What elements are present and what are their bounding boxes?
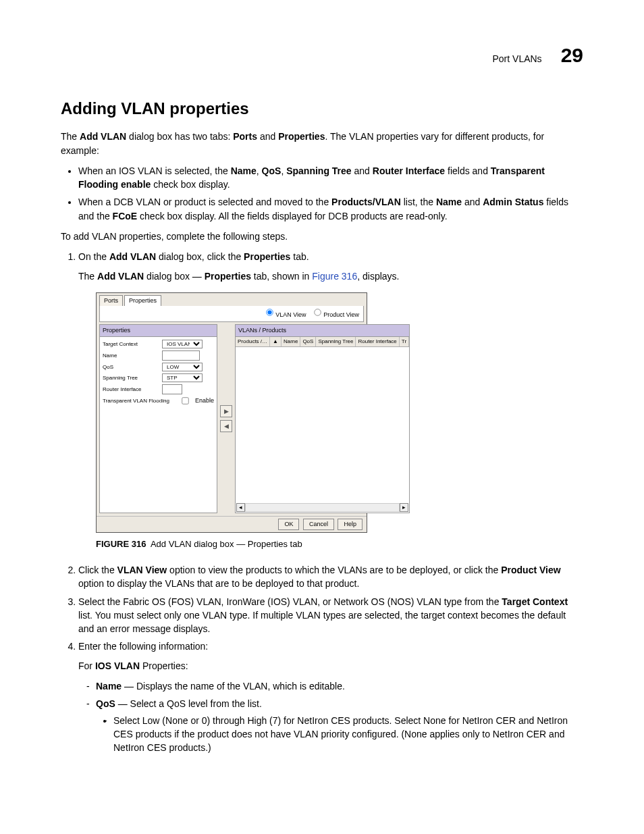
step-2: Click the VLAN View option to view the p… xyxy=(78,563,583,591)
products-panel: VLANs / Products Products /… ▲ Name QoS … xyxy=(235,324,410,513)
tab-ports[interactable]: Ports xyxy=(99,295,123,306)
name-field[interactable] xyxy=(162,350,200,361)
help-button[interactable]: Help xyxy=(338,519,363,530)
target-context-select[interactable]: IOS VLAN xyxy=(162,340,203,348)
vlan-view-option[interactable]: VLAN View xyxy=(260,311,306,318)
product-view-option[interactable]: Product View xyxy=(308,311,359,318)
page-number: 29 xyxy=(561,41,583,70)
step-4-intro: For IOS VLAN Properties: xyxy=(78,659,583,673)
spanning-tree-label: Spanning Tree xyxy=(103,374,158,382)
properties-sublist: Name — Displays the name of the VLAN, wh… xyxy=(78,679,583,754)
trans-flood-enable: Enable xyxy=(195,396,214,405)
lead-paragraph: To add VLAN properties, complete the fol… xyxy=(61,230,583,243)
bullet-item: When a DCB VLAN or product is selected a… xyxy=(78,195,583,223)
h-scrollbar[interactable]: ◂▸ xyxy=(236,502,409,513)
ok-button[interactable]: OK xyxy=(278,519,299,530)
step-1: On the Add VLAN dialog box, click the Pr… xyxy=(78,250,583,551)
step-4: Enter the following information: For IOS… xyxy=(78,640,583,754)
properties-panel-title: Properties xyxy=(100,325,217,337)
figure-link[interactable]: Figure 316 xyxy=(312,271,357,282)
steps-list: On the Add VLAN dialog box, click the Pr… xyxy=(61,250,583,754)
figure-dialog: Ports Properties VLAN View Product View … xyxy=(96,292,367,533)
qos-note: Select Low (None or 0) through High (7) … xyxy=(113,714,583,755)
step-1-sub: The Add VLAN dialog box — Properties tab… xyxy=(78,269,583,283)
move-left-button[interactable]: ◀ xyxy=(220,420,232,432)
products-panel-title: VLANs / Products xyxy=(236,325,409,337)
section-name: Port VLANs xyxy=(492,52,541,66)
page-title: Adding VLAN properties xyxy=(61,97,583,121)
qos-select[interactable]: LOW xyxy=(162,363,203,371)
sublist-item: QoS — Select a QoS level from the list. … xyxy=(96,697,583,754)
view-row: VLAN View Product View xyxy=(99,306,364,322)
router-interface-label: Router Interface xyxy=(103,386,158,394)
products-table-header: Products /… ▲ Name QoS Spanning Tree Rou… xyxy=(236,337,409,347)
cancel-button[interactable]: Cancel xyxy=(303,519,334,530)
properties-panel: Properties Target Context IOS VLAN Name xyxy=(99,324,217,513)
intro-paragraph: The Add VLAN dialog box has two tabs: Po… xyxy=(61,130,583,157)
bullet-list: When an IOS VLAN is selected, the Name, … xyxy=(61,164,583,223)
figure-caption: FIGURE 316 Add VLAN dialog box — Propert… xyxy=(96,538,583,551)
target-context-label: Target Context xyxy=(103,340,158,348)
dialog-buttons: OK Cancel Help xyxy=(97,516,367,532)
bullet-item: When an IOS VLAN is selected, the Name, … xyxy=(78,164,583,192)
qos-subbullet: Select Low (None or 0) through High (7) … xyxy=(96,714,583,755)
spanning-tree-select[interactable]: STP xyxy=(162,373,203,382)
router-interface-field[interactable] xyxy=(162,384,182,394)
step-3: Select the Fabric OS (FOS) VLAN, IronWar… xyxy=(78,595,583,636)
qos-label: QoS xyxy=(103,363,158,371)
trans-flood-checkbox[interactable] xyxy=(182,397,188,404)
trans-flood-label: Transparent VLAN Flooding xyxy=(103,397,177,405)
transfer-buttons: ▶ ◀ xyxy=(220,324,232,513)
tab-properties[interactable]: Properties xyxy=(124,295,161,306)
move-right-button[interactable]: ▶ xyxy=(220,405,232,417)
running-header: Port VLANs 29 xyxy=(61,41,583,70)
name-label: Name xyxy=(103,352,158,360)
sublist-item: Name — Displays the name of the VLAN, wh… xyxy=(96,679,583,693)
